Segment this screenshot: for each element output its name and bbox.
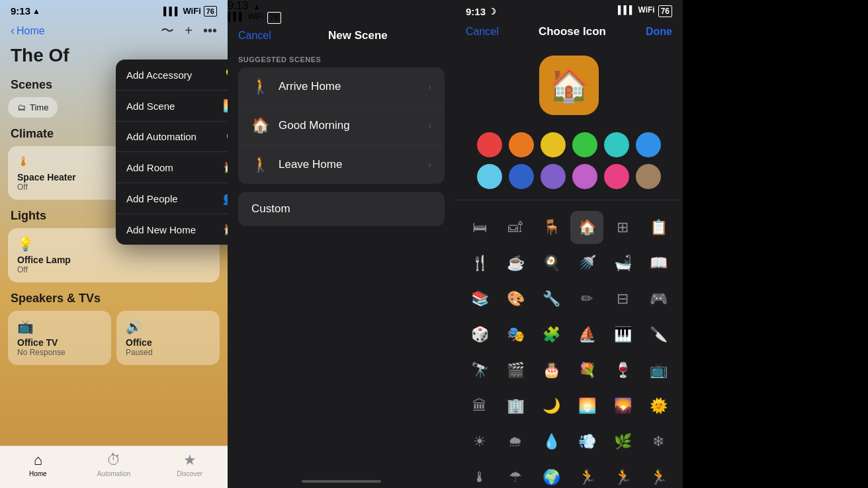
color-dot-1[interactable]: [509, 132, 534, 157]
waveform-icon[interactable]: 〜: [161, 22, 174, 40]
icon-cell-9[interactable]: 🚿: [570, 247, 603, 280]
color-dot-8[interactable]: [541, 164, 566, 189]
menu-add-room[interactable]: Add Room 🏠: [116, 152, 228, 183]
icon-cell-13[interactable]: 🎨: [499, 282, 532, 315]
done-button-3[interactable]: Done: [646, 26, 672, 38]
color-dot-4[interactable]: [604, 132, 629, 157]
icon-cell-5[interactable]: 📋: [642, 211, 675, 244]
ellipsis-icon[interactable]: •••: [203, 23, 217, 38]
icon-cell-43[interactable]: ☂: [499, 461, 532, 488]
icon-cell-3[interactable]: 🏠: [570, 211, 603, 244]
icon-cell-32[interactable]: 🌙: [535, 389, 568, 423]
color-dot-11[interactable]: [636, 164, 661, 189]
icon-cell-7[interactable]: ☕: [499, 247, 532, 280]
menu-add-automation[interactable]: Add Automation ⏱: [116, 122, 228, 152]
icon-cell-47[interactable]: 🏃: [642, 461, 675, 488]
tab-home[interactable]: ⌂ Home: [0, 452, 76, 477]
back-button[interactable]: ‹ Home: [11, 24, 45, 38]
lamp-status: Off: [17, 265, 210, 274]
add-people-label: Add People: [126, 193, 178, 204]
add-scene-label: Add Scene: [126, 101, 175, 112]
icon-cell-16[interactable]: ⊟: [606, 282, 639, 315]
icon-cell-34[interactable]: 🌄: [606, 389, 639, 423]
icon-cell-17[interactable]: 🎮: [642, 282, 675, 315]
color-dot-3[interactable]: [572, 132, 597, 157]
icon-cell-1[interactable]: 🛋: [499, 211, 532, 244]
icon-cell-39[interactable]: 💨: [570, 425, 603, 458]
color-dot-0[interactable]: [477, 132, 502, 157]
icon-cell-14[interactable]: 🔧: [535, 282, 568, 315]
color-dot-2[interactable]: [541, 132, 566, 157]
color-dot-6[interactable]: [477, 164, 502, 189]
icon-cell-30[interactable]: 🏛: [463, 389, 496, 423]
icon-cell-26[interactable]: 🎂: [535, 354, 568, 387]
color-dot-10[interactable]: [604, 164, 629, 189]
icon-cell-45[interactable]: 🏃: [570, 461, 603, 488]
icon-cell-42[interactable]: 🌡: [463, 461, 496, 488]
office-tv-tile[interactable]: 📺 Office TV No Response: [8, 311, 111, 365]
icon-cell-29[interactable]: 📺: [642, 354, 675, 387]
selected-icon-preview: 🏠: [539, 56, 599, 115]
time-2: 9:13: [228, 0, 248, 11]
color-dot-9[interactable]: [572, 164, 597, 189]
menu-add-people[interactable]: Add People 👥: [116, 183, 228, 214]
wifi-icon-3: WiFi: [638, 5, 654, 17]
scene-good-morning[interactable]: 🏠 Good Morning ›: [238, 106, 445, 145]
add-icon[interactable]: +: [185, 23, 193, 38]
icon-cell-2[interactable]: 🪑: [535, 211, 568, 244]
speaker-icon: 🔊: [126, 319, 210, 335]
icon-cell-11[interactable]: 📖: [642, 247, 675, 280]
icon-cell-8[interactable]: 🍳: [535, 247, 568, 280]
icon-cell-25[interactable]: 🎬: [499, 354, 532, 387]
icon-cell-19[interactable]: 🎭: [499, 318, 532, 351]
icon-cell-12[interactable]: 📚: [463, 282, 496, 315]
home-nav: ‹ Home 〜 + •••: [0, 19, 228, 42]
icon-cell-23[interactable]: 🔪: [642, 318, 675, 351]
icon-cell-41[interactable]: ❄: [642, 425, 675, 458]
color-dot-5[interactable]: [636, 132, 661, 157]
add-room-label: Add Room: [126, 162, 173, 173]
icon-cell-36[interactable]: ☀: [463, 425, 496, 458]
scene-arrive-home[interactable]: 🚶 Arrive Home ›: [238, 67, 445, 106]
icon-cell-33[interactable]: 🌅: [570, 389, 603, 423]
menu-add-accessory[interactable]: Add Accessory 💡: [116, 60, 228, 91]
add-new-home-label: Add New Home: [126, 224, 196, 235]
icon-cell-4[interactable]: ⊞: [606, 211, 639, 244]
menu-add-scene[interactable]: Add Scene 🌅: [116, 91, 228, 122]
tv-name: Office TV: [17, 337, 102, 348]
icon-cell-22[interactable]: 🎹: [606, 318, 639, 351]
icon-cell-35[interactable]: 🌞: [642, 389, 675, 423]
custom-scene-button[interactable]: Custom: [238, 192, 445, 226]
icon-cell-38[interactable]: 💧: [535, 425, 568, 458]
cancel-button-3[interactable]: Cancel: [466, 26, 499, 38]
icon-cell-27[interactable]: 💐: [570, 354, 603, 387]
tab-automation[interactable]: ⏱ Automation: [76, 452, 152, 477]
cancel-button-2[interactable]: Cancel: [238, 30, 271, 42]
menu-add-new-home[interactable]: Add New Home 🏠: [116, 214, 228, 245]
tab-discover[interactable]: ★ Discover: [152, 452, 228, 477]
icon-cell-44[interactable]: 🌍: [535, 461, 568, 488]
bottom-tab-bar: ⌂ Home ⏱ Automation ★ Discover: [0, 446, 228, 488]
scene-chip-time[interactable]: 🗂 Time: [8, 97, 58, 118]
icon-cell-31[interactable]: 🏢: [499, 389, 532, 423]
office-speaker-tile[interactable]: 🔊 Office Paused: [116, 311, 220, 365]
icon-cell-6[interactable]: 🍴: [463, 247, 496, 280]
icon-cell-24[interactable]: 🔭: [463, 354, 496, 387]
icon-cell-10[interactable]: 🛁: [606, 247, 639, 280]
scene-leave-home[interactable]: 🚶 Leave Home ›: [238, 145, 445, 184]
icon-cell-0[interactable]: 🛏: [463, 211, 496, 244]
color-dot-7[interactable]: [509, 164, 534, 189]
suggested-scenes-list: 🚶 Arrive Home › 🏠 Good Morning › 🚶 Leave…: [238, 67, 445, 184]
icon-cell-20[interactable]: 🧩: [535, 318, 568, 351]
leave-home-chevron: ›: [428, 159, 431, 170]
arrive-home-icon: 🚶: [251, 78, 269, 95]
icon-cell-18[interactable]: 🎲: [463, 318, 496, 351]
icon-cell-15[interactable]: ✏: [570, 282, 603, 315]
new-scene-title: New Scene: [271, 29, 445, 42]
icon-cell-37[interactable]: 🌧: [499, 425, 532, 458]
icon-cell-21[interactable]: ⛵: [570, 318, 603, 351]
icon-cell-46[interactable]: 🏃: [606, 461, 639, 488]
icon-cell-28[interactable]: 🍷: [606, 354, 639, 387]
add-accessory-label: Add Accessory: [126, 69, 192, 81]
icon-cell-40[interactable]: 🌿: [606, 425, 639, 458]
